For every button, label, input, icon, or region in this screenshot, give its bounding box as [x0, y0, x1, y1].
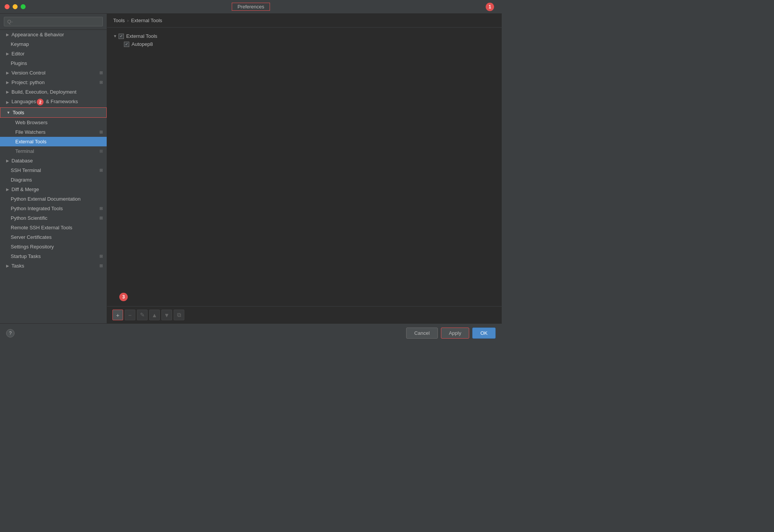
sidebar-item-editor[interactable]: ▶ Editor — [0, 49, 107, 58]
sidebar-item-diagrams[interactable]: Diagrams — [0, 175, 107, 185]
settings-icon: ⊞ — [99, 206, 103, 211]
edit-tool-button[interactable]: ✎ — [137, 310, 148, 320]
tree-root-checkbox[interactable] — [119, 34, 124, 39]
arrow-icon: ▶ — [6, 71, 9, 75]
settings-icon: ⊞ — [99, 70, 103, 75]
sidebar-item-terminal[interactable]: Terminal ⊞ — [0, 146, 107, 156]
cancel-button[interactable]: Cancel — [406, 328, 437, 339]
search-input[interactable] — [4, 17, 103, 26]
sidebar-item-python-integrated-tools[interactable]: Python Integrated Tools ⊞ — [0, 204, 107, 213]
settings-icon: ⊞ — [99, 168, 103, 173]
sidebar-item-settings-repository[interactable]: Settings Repository — [0, 242, 107, 251]
arrow-icon: ▶ — [6, 159, 9, 163]
move-down-button[interactable]: ▼ — [161, 310, 172, 320]
sidebar-item-remote-ssh[interactable]: Remote SSH External Tools — [0, 223, 107, 232]
sidebar-item-keymap[interactable]: Keymap — [0, 39, 107, 49]
settings-icon: ⊞ — [99, 216, 103, 221]
close-button[interactable] — [5, 4, 10, 9]
remove-tool-button[interactable]: − — [125, 310, 135, 320]
tree-child-checkbox[interactable] — [124, 42, 129, 47]
sidebar: ▶ Appearance & Behavior Keymap ▶ Editor … — [0, 14, 107, 323]
sidebar-item-tools[interactable]: ▼ Tools — [0, 107, 107, 118]
footer-left: ? — [6, 329, 15, 337]
sidebar-item-server-certificates[interactable]: Server Certificates — [0, 232, 107, 242]
apply-button[interactable]: Apply — [441, 328, 470, 339]
sidebar-item-tasks[interactable]: ▶ Tasks ⊞ — [0, 261, 107, 271]
tree-child-label: Autopep8 — [132, 41, 153, 47]
arrow-icon: ▶ — [6, 187, 9, 191]
search-bar — [0, 14, 107, 30]
settings-icon: ⊞ — [99, 80, 103, 85]
arrow-icon: ▶ — [6, 264, 9, 268]
step1-badge: 1 — [486, 3, 494, 11]
sidebar-item-external-tools[interactable]: External Tools — [0, 137, 107, 146]
ok-button[interactable]: OK — [472, 328, 496, 339]
sidebar-item-languages[interactable]: ▶ Languages2 & Frameworks — [0, 97, 107, 107]
sidebar-item-database[interactable]: ▶ Database — [0, 156, 107, 165]
tree-root-label: External Tools — [126, 33, 157, 39]
sidebar-item-startup-tasks[interactable]: Startup Tasks ⊞ — [0, 251, 107, 261]
sidebar-nav: ▶ Appearance & Behavior Keymap ▶ Editor … — [0, 30, 107, 323]
content-toolbar: 3 + − ✎ ▲ ▼ ⧉ — [107, 306, 502, 323]
breadcrumb-parent: Tools — [113, 18, 125, 23]
arrow-icon: ▶ — [6, 90, 9, 94]
sidebar-item-python-scientific[interactable]: Python Scientific ⊞ — [0, 213, 107, 223]
settings-icon: ⊞ — [99, 263, 103, 268]
add-tool-button[interactable]: + — [112, 310, 123, 320]
arrow-icon: ▶ — [6, 52, 9, 56]
maximize-button[interactable] — [21, 4, 26, 9]
arrow-icon: ▶ — [6, 32, 9, 37]
step3-badge: 3 — [119, 293, 128, 301]
sidebar-item-ssh-terminal[interactable]: SSH Terminal ⊞ — [0, 165, 107, 175]
footer: ? Cancel Apply OK — [0, 323, 502, 342]
sidebar-item-python-external-doc[interactable]: Python External Documentation — [0, 194, 107, 204]
arrow-icon: ▼ — [7, 110, 10, 115]
help-button[interactable]: ? — [6, 329, 15, 337]
settings-icon: ⊞ — [99, 149, 103, 154]
tree-area: ▼ External Tools Autopep8 — [107, 28, 502, 306]
sidebar-item-web-browsers[interactable]: Web Browsers — [0, 118, 107, 127]
arrow-icon: ▶ — [6, 100, 9, 104]
arrow-icon: ▶ — [6, 80, 9, 84]
breadcrumb-separator: › — [127, 18, 128, 23]
sidebar-item-version-control[interactable]: ▶ Version Control ⊞ — [0, 68, 107, 78]
titlebar: Preferences 1 — [0, 0, 502, 14]
window-controls — [5, 4, 26, 9]
copy-tool-button[interactable]: ⧉ — [174, 310, 184, 320]
settings-icon: ⊞ — [99, 130, 103, 135]
content-area: Tools › External Tools ▼ External Tools … — [107, 14, 502, 323]
tree-child-item[interactable]: Autopep8 — [113, 40, 496, 48]
sidebar-item-plugins[interactable]: Plugins — [0, 58, 107, 68]
sidebar-item-file-watchers[interactable]: File Watchers ⊞ — [0, 127, 107, 137]
sidebar-item-appearance[interactable]: ▶ Appearance & Behavior — [0, 30, 107, 39]
settings-icon: ⊞ — [99, 254, 103, 259]
minimize-button[interactable] — [13, 4, 18, 9]
window-title: Preferences — [232, 3, 270, 11]
sidebar-item-project[interactable]: ▶ Project: python ⊞ — [0, 78, 107, 87]
main-content: ▶ Appearance & Behavior Keymap ▶ Editor … — [0, 14, 502, 323]
sidebar-item-build[interactable]: ▶ Build, Execution, Deployment — [0, 87, 107, 97]
tree-root-item[interactable]: ▼ External Tools — [113, 32, 496, 40]
breadcrumb-current: External Tools — [131, 18, 162, 23]
breadcrumb: Tools › External Tools — [107, 14, 502, 28]
sidebar-item-diff-merge[interactable]: ▶ Diff & Merge — [0, 185, 107, 194]
tree-expand-icon: ▼ — [113, 34, 117, 38]
move-up-button[interactable]: ▲ — [149, 310, 160, 320]
